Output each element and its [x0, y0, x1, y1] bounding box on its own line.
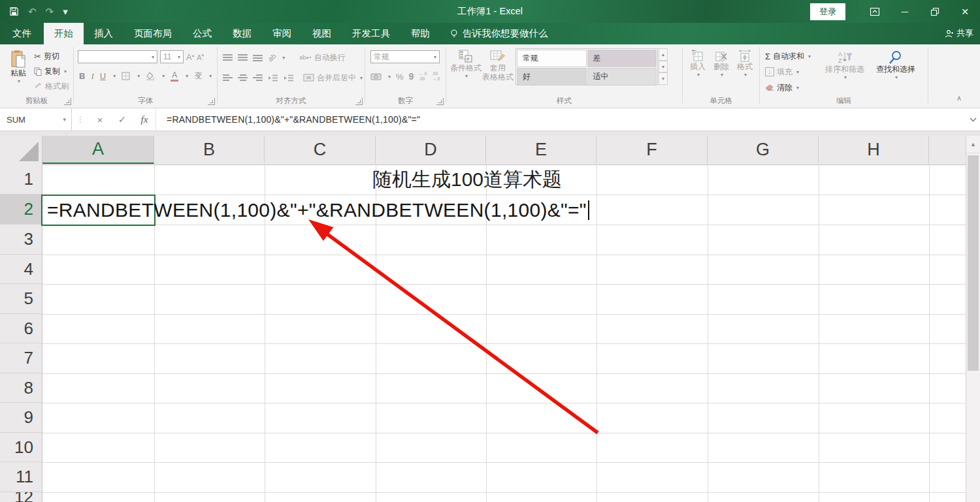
formula-input[interactable]: =RANDBETWEEN(1,100)&"+"&RANDBETWEEN(1,10… [155, 108, 966, 131]
row-header-12[interactable]: 12 [0, 492, 42, 502]
cancel-entry-button[interactable]: × [89, 108, 111, 131]
row-header-1[interactable]: 1 [0, 165, 42, 195]
clear-button[interactable]: 清除▾ [765, 81, 811, 94]
bold-button[interactable]: B [79, 71, 85, 81]
tab-developer[interactable]: 开发工具 [342, 23, 400, 44]
ribbon-display-options-icon[interactable] [860, 0, 890, 23]
row-header-8[interactable]: 8 [0, 373, 42, 403]
align-middle-icon[interactable] [238, 54, 248, 61]
insert-cells-button[interactable]: 插入 ▾ [687, 50, 709, 78]
underline-button[interactable]: U [100, 71, 106, 81]
scroll-up-icon[interactable]: ▲ [966, 136, 980, 153]
format-as-table-button[interactable]: 套用 表格格式 [482, 50, 514, 82]
accounting-format-icon[interactable] [370, 72, 382, 80]
column-header-a[interactable]: A [42, 136, 154, 164]
tab-home[interactable]: 开始 [44, 23, 84, 44]
fill-button[interactable]: ↓填充▾ [765, 65, 811, 78]
align-center-icon[interactable] [238, 74, 248, 82]
collapse-ribbon-icon[interactable]: ∧ [956, 94, 962, 102]
align-top-icon[interactable] [223, 54, 233, 61]
autosum-button[interactable]: Σ自动求和▾ [765, 50, 811, 63]
row-header-11[interactable]: 11 [0, 462, 42, 492]
select-all-button[interactable] [0, 136, 42, 164]
tab-page-layout[interactable]: 页面布局 [123, 23, 182, 44]
gallery-down-icon[interactable]: ▼ [659, 61, 668, 73]
column-header-f[interactable]: F [596, 136, 708, 164]
font-dialog-launcher[interactable] [208, 98, 215, 105]
gallery-expand-icon[interactable]: ▼ [659, 72, 668, 85]
column-header-b[interactable]: B [154, 136, 265, 164]
tell-me-box[interactable]: 告诉我你想要做什么 [440, 23, 557, 44]
copy-button[interactable]: 复制▾ [34, 65, 69, 78]
cut-button[interactable]: ✂剪切 [34, 50, 69, 63]
italic-button[interactable]: I [91, 71, 93, 82]
format-painter-button[interactable]: 格式刷 [34, 80, 69, 93]
share-button[interactable]: 共享 [945, 27, 973, 39]
align-left-icon[interactable] [223, 74, 233, 82]
number-format-combobox[interactable]: 常规▾ [370, 50, 440, 63]
cell-style-bad[interactable]: 差 [587, 50, 657, 67]
tab-view[interactable]: 视图 [302, 23, 342, 44]
row-header-7[interactable]: 7 [0, 343, 42, 373]
tab-formulas[interactable]: 公式 [182, 23, 222, 44]
fill-color-icon[interactable] [146, 72, 155, 80]
find-select-button[interactable]: 查找和选择 ▾ [870, 50, 922, 80]
cell-a2-formula-text[interactable]: =RANDBETWEEN(1,100)&"+"&RANDBETWEEN(1,10… [47, 195, 589, 225]
sort-filter-button[interactable]: AZ 排序和筛选 ▾ [820, 50, 870, 80]
minimize-button[interactable]: ─ [890, 0, 920, 23]
row-header-3[interactable]: 3 [0, 225, 42, 255]
tab-review[interactable]: 审阅 [262, 23, 302, 44]
clipboard-dialog-launcher[interactable] [64, 98, 71, 105]
increase-indent-icon[interactable] [284, 74, 294, 82]
increase-decimal-button[interactable]: ←.0.00 [419, 71, 427, 82]
merge-center-button[interactable]: 合并后居中 ▾ [303, 71, 363, 84]
comma-style-button[interactable]: 9 [409, 71, 414, 82]
cell-style-neutral[interactable]: 适中 [587, 68, 657, 86]
delete-cells-button[interactable]: 删除 ▾ [710, 50, 732, 78]
vertical-scrollbar[interactable]: ▲ [966, 136, 980, 502]
tab-help[interactable]: 帮助 [400, 23, 440, 44]
row-header-6[interactable]: 6 [0, 314, 42, 343]
font-name-combobox[interactable]: ▾ [78, 50, 157, 63]
conditional-formatting-button[interactable]: ≠ 条件格式 ▾ [450, 50, 482, 79]
align-right-icon[interactable] [253, 74, 263, 82]
alignment-dialog-launcher[interactable] [355, 98, 363, 105]
orientation-icon[interactable]: ab [267, 52, 278, 63]
gallery-up-icon[interactable]: ▲ [659, 48, 668, 61]
sign-in-button[interactable]: 登录 [810, 3, 845, 20]
tab-insert[interactable]: 插入 [84, 23, 123, 44]
shrink-font-button[interactable]: A▾ [197, 53, 204, 61]
percent-style-button[interactable]: % [396, 72, 404, 82]
tab-data[interactable]: 数据 [222, 23, 262, 44]
name-box[interactable]: SUM ▾ [0, 108, 72, 131]
column-header-g[interactable]: G [708, 136, 819, 164]
row-header-9[interactable]: 9 [0, 403, 42, 433]
wrap-text-button[interactable]: ab↩ 自动换行 [299, 51, 345, 64]
decrease-decimal-button[interactable]: .00→.0 [432, 71, 440, 82]
decrease-indent-icon[interactable] [268, 74, 278, 82]
row-header-5[interactable]: 5 [0, 284, 42, 314]
format-cells-button[interactable]: 格式 ▾ [734, 50, 756, 78]
close-button[interactable]: ✕ [950, 0, 980, 23]
confirm-entry-button[interactable]: ✓ [111, 108, 133, 131]
expand-formula-bar-icon[interactable] [966, 108, 980, 131]
number-dialog-launcher[interactable] [436, 98, 444, 105]
grow-font-button[interactable]: A▴ [186, 52, 194, 62]
restore-button[interactable] [920, 0, 950, 23]
column-header-e[interactable]: E [486, 136, 596, 164]
column-header-h[interactable]: H [819, 136, 929, 164]
insert-function-button[interactable]: fx [133, 108, 155, 131]
scrollbar-thumb[interactable] [968, 155, 979, 371]
column-header-d[interactable]: D [376, 136, 486, 164]
row-header-4[interactable]: 4 [0, 255, 42, 284]
tab-file[interactable]: 文件 [0, 23, 44, 44]
row-header-2[interactable]: 2 [0, 195, 42, 225]
font-color-button[interactable]: A [171, 71, 178, 82]
paste-button[interactable]: 粘贴 ▾ [4, 50, 33, 84]
font-size-combobox[interactable]: 11▾ [160, 50, 184, 63]
cell-style-normal[interactable]: 常规 [517, 50, 587, 67]
phonetic-guide-button[interactable]: 变 [194, 71, 202, 82]
align-bottom-icon[interactable] [253, 54, 263, 61]
row-header-10[interactable]: 10 [0, 433, 42, 462]
cell-style-good[interactable]: 好 [517, 68, 587, 86]
